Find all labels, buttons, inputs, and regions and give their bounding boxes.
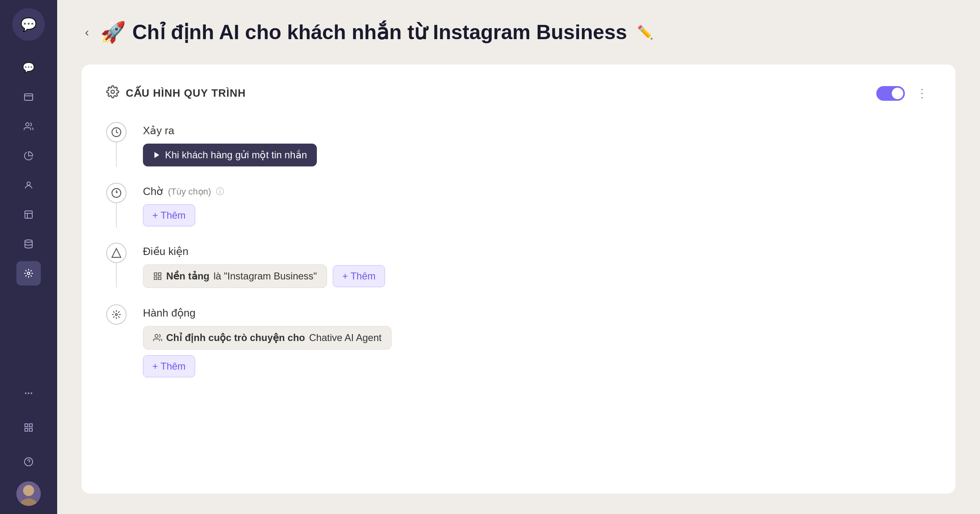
svg-rect-9	[25, 424, 28, 427]
chip-action[interactable]: Chỉ định cuộc trò chuyện cho Chative AI …	[143, 326, 392, 350]
sidebar-item-more[interactable]	[16, 381, 41, 405]
edit-icon[interactable]: ✏️	[637, 24, 653, 40]
flow-row-dieu-kien: Điều kiện Nền tảng là "Instagram Busines…	[106, 243, 931, 304]
chips-hanh-dong: Chỉ định cuộc trò chuyện cho Chative AI …	[143, 326, 931, 377]
step-xay-ra	[106, 122, 127, 167]
sidebar-item-chat[interactable]: 💬	[16, 55, 41, 80]
content-cho: Chờ (Tùy chọn) ⓘ + Thêm	[143, 183, 931, 243]
card-header-left: CẤU HÌNH QUY TRÌNH	[106, 85, 246, 101]
sidebar-item-profile[interactable]	[16, 173, 41, 197]
header: ‹ 🚀 Chỉ định AI cho khách nhắn từ Instag…	[82, 20, 956, 44]
label-row-hanh-dong: Hành động	[143, 307, 931, 319]
add-button-hanh-dong-text: + Thêm	[152, 361, 186, 372]
step-line-cho	[116, 203, 117, 228]
svg-point-7	[28, 392, 29, 394]
sidebar-item-automation[interactable]	[16, 261, 41, 286]
add-button-cho-text: + Thêm	[152, 210, 186, 221]
step-dieu-kien	[106, 243, 127, 288]
flow-row-hanh-dong: Hành động Chỉ định cuộc trò chuyện cho C…	[106, 304, 931, 381]
label-cho: Chờ	[143, 185, 163, 198]
sidebar: 💬 💬	[0, 0, 57, 514]
sidebar-item-help[interactable]	[16, 450, 41, 474]
config-title: CẤU HÌNH QUY TRÌNH	[126, 87, 246, 100]
svg-rect-25	[154, 277, 157, 279]
svg-point-1	[26, 123, 29, 126]
content-hanh-dong: Hành động Chỉ định cuộc trò chuyện cho C…	[143, 304, 931, 381]
svg-rect-10	[29, 424, 32, 427]
card-header: CẤU HÌNH QUY TRÌNH ⋮	[106, 85, 931, 102]
label-row-cho: Chờ (Tùy chọn) ⓘ	[143, 185, 931, 198]
sidebar-logo: 💬	[12, 8, 45, 41]
svg-point-17	[111, 90, 114, 93]
svg-point-27	[116, 314, 117, 315]
info-icon-cho: ⓘ	[216, 186, 224, 197]
sidebar-item-contacts[interactable]	[16, 114, 41, 139]
svg-rect-12	[29, 428, 32, 431]
svg-point-15	[23, 485, 34, 496]
chip-trigger-text: Khi khách hàng gửi một tin nhắn	[165, 149, 307, 161]
chip-trigger[interactable]: Khi khách hàng gửi một tin nhắn	[143, 144, 317, 166]
svg-point-6	[25, 392, 27, 394]
sidebar-bottom	[16, 379, 41, 506]
action-bold-text: Chỉ định cuộc trò chuyện cho	[166, 332, 305, 343]
step-line-dieu-kien	[116, 263, 117, 288]
config-card: CẤU HÌNH QUY TRÌNH ⋮ Xảy ra	[82, 64, 956, 494]
svg-point-28	[155, 335, 158, 337]
title-emoji: 🚀	[100, 20, 126, 44]
svg-rect-11	[25, 428, 28, 431]
chips-dieu-kien: Nền tảng là "Instagram Business" + Thêm	[143, 264, 931, 288]
add-button-cho[interactable]: + Thêm	[143, 204, 195, 226]
svg-point-8	[31, 392, 32, 394]
svg-point-16	[20, 498, 37, 506]
flow-container: Xảy ra Khi khách hàng gửi một tin nhắn	[106, 122, 931, 381]
svg-rect-26	[158, 277, 161, 279]
svg-marker-22	[112, 248, 121, 257]
label-cho-optional: (Tùy chọn)	[168, 186, 211, 197]
svg-rect-3	[25, 211, 32, 218]
action-text: Chative AI Agent	[309, 332, 381, 343]
content-xay-ra: Xảy ra Khi khách hàng gửi một tin nhắn	[143, 122, 931, 183]
label-hanh-dong: Hành động	[143, 307, 196, 319]
sidebar-item-reports[interactable]	[16, 144, 41, 168]
add-button-dieu-kien-text: + Thêm	[342, 270, 376, 282]
step-icon-dieu-kien	[106, 243, 127, 263]
content-dieu-kien: Điều kiện Nền tảng là "Instagram Busines…	[143, 243, 931, 304]
svg-point-4	[25, 240, 32, 242]
add-button-dieu-kien[interactable]: + Thêm	[333, 265, 385, 287]
step-icon-cho	[106, 183, 127, 203]
svg-rect-24	[158, 273, 161, 275]
label-dieu-kien: Điều kiện	[143, 245, 188, 258]
chips-xay-ra: Khi khách hàng gửi một tin nhắn	[143, 144, 931, 166]
sidebar-item-database[interactable]	[16, 232, 41, 256]
svg-rect-0	[24, 94, 33, 100]
step-line-xay-ra	[116, 142, 117, 167]
step-cho	[106, 183, 127, 228]
back-button[interactable]: ‹	[82, 22, 92, 42]
toggle-switch[interactable]	[876, 86, 905, 101]
svg-point-2	[27, 182, 30, 185]
add-button-hanh-dong[interactable]: + Thêm	[143, 355, 195, 377]
svg-marker-19	[154, 152, 159, 158]
step-icon-hanh-dong	[106, 304, 127, 325]
sidebar-item-inbox[interactable]	[16, 85, 41, 109]
svg-rect-23	[154, 273, 157, 275]
svg-point-5	[27, 272, 30, 275]
page-title: 🚀 Chỉ định AI cho khách nhắn từ Instagra…	[100, 20, 653, 44]
chip-condition[interactable]: Nền tảng là "Instagram Business"	[143, 264, 327, 288]
sidebar-item-integrations[interactable]	[16, 415, 41, 440]
more-options-button[interactable]: ⋮	[913, 85, 931, 102]
condition-bold-text: Nền tảng	[166, 270, 209, 282]
avatar[interactable]	[16, 481, 41, 506]
title-text: Chỉ định AI cho khách nhắn từ Instagram …	[132, 20, 627, 44]
label-row-dieu-kien: Điều kiện	[143, 245, 931, 258]
card-header-actions: ⋮	[876, 85, 931, 102]
sidebar-item-campaigns[interactable]	[16, 202, 41, 227]
condition-text: là "Instagram Business"	[214, 270, 317, 282]
chips-cho: + Thêm	[143, 204, 931, 226]
config-icon	[106, 85, 119, 101]
flow-row-cho: Chờ (Tùy chọn) ⓘ + Thêm	[106, 183, 931, 243]
step-icon-xay-ra	[106, 122, 127, 142]
main-content: ‹ 🚀 Chỉ định AI cho khách nhắn từ Instag…	[57, 0, 980, 514]
label-xay-ra: Xảy ra	[143, 124, 174, 137]
step-hanh-dong	[106, 304, 127, 325]
